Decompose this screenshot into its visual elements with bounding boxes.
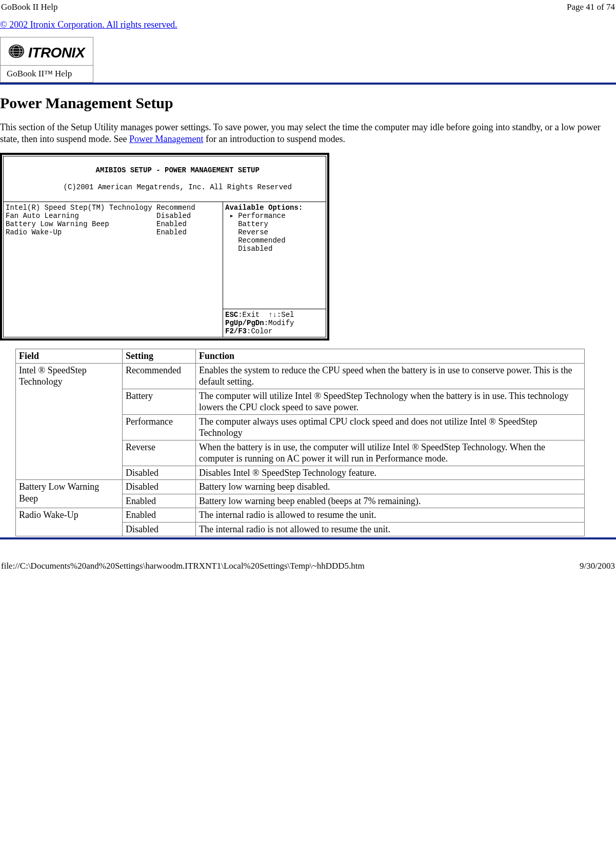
section-title: Power Management Setup bbox=[0, 94, 616, 112]
cell-setting: Disabled bbox=[123, 466, 196, 480]
table-row: Radio Wake-UpEnabledThe internal radio i… bbox=[16, 508, 585, 523]
bios-help-pane: ESC:Exit ↑↓:Sel PgUp/PgDn:Modify F2/F3:C… bbox=[223, 309, 326, 337]
cell-setting: Reverse bbox=[123, 440, 196, 466]
cell-function: Battery low warning beep disabled. bbox=[196, 480, 585, 494]
intro-paragraph: This section of the Setup Utility manage… bbox=[0, 122, 616, 146]
cell-function: The computer will utilize Intel ® SpeedS… bbox=[196, 389, 585, 414]
col-function: Function bbox=[196, 349, 585, 364]
cell-function: The internal radio is not allowed to res… bbox=[196, 522, 585, 536]
table-row: Intel ® SpeedStep TechnologyRecommendedE… bbox=[16, 363, 585, 389]
cell-setting: Recommended bbox=[123, 363, 196, 389]
power-management-link[interactable]: Power Management bbox=[129, 134, 203, 144]
page-number-top: Page 41 of 74 bbox=[567, 2, 615, 12]
cell-function: When the battery is in use, the computer… bbox=[196, 440, 585, 466]
footer-date: 9/30/2003 bbox=[580, 561, 615, 571]
globe-icon bbox=[8, 43, 25, 63]
help-label: GoBook II™ Help bbox=[1, 65, 93, 82]
divider-bottom bbox=[0, 537, 616, 539]
cell-function: The computer always uses optimal CPU clo… bbox=[196, 414, 585, 440]
cell-setting: Performance bbox=[123, 414, 196, 440]
cell-setting: Enabled bbox=[123, 494, 196, 508]
col-setting: Setting bbox=[123, 349, 196, 364]
cell-function: Enables the system to reduce the CPU spe… bbox=[196, 363, 585, 389]
cell-setting: Disabled bbox=[123, 522, 196, 536]
cell-field: Radio Wake-Up bbox=[16, 508, 123, 536]
cell-setting: Disabled bbox=[123, 480, 196, 494]
intro-text-after: for an introduction to suspend modes. bbox=[203, 134, 345, 144]
footer-path: file://C:\Documents%20and%20Settings\har… bbox=[1, 561, 365, 571]
bios-options-pane: Available Options: ▸ Performance Battery… bbox=[223, 202, 326, 309]
settings-table: Field Setting Function Intel ® SpeedStep… bbox=[15, 349, 585, 536]
copyright-link[interactable]: © 2002 Itronix Corporation. All rights r… bbox=[0, 19, 177, 31]
cell-function: The internal radio is allowed to resume … bbox=[196, 508, 585, 523]
bios-header-sub: (C)2001 American Megatrends, Inc. All Ri… bbox=[64, 183, 292, 191]
cell-function: Disables Intel ® SpeedStep Technology fe… bbox=[196, 466, 585, 480]
cell-field: Intel ® SpeedStep Technology bbox=[16, 363, 123, 480]
cell-setting: Enabled bbox=[123, 508, 196, 523]
col-field: Field bbox=[16, 349, 123, 364]
cell-field: Battery Low Warning Beep bbox=[16, 480, 123, 508]
cell-setting: Battery bbox=[123, 389, 196, 414]
bios-screenshot: AMIBIOS SETUP - POWER MANAGEMENT SETUP (… bbox=[0, 153, 329, 340]
doc-title-top: GoBook II Help bbox=[1, 2, 57, 12]
table-row: Battery Low Warning BeepDisabledBattery … bbox=[16, 480, 585, 494]
cell-function: Battery low warning beep enabled (beeps … bbox=[196, 494, 585, 508]
bios-settings-pane: Intel(R) Speed Step(TM) Technology Recom… bbox=[4, 202, 223, 337]
bios-header-title: AMIBIOS SETUP - POWER MANAGEMENT SETUP bbox=[96, 166, 260, 174]
brand-name: ITRONIX bbox=[28, 44, 85, 62]
brand-box: ITRONIX GoBook II™ Help bbox=[0, 37, 93, 83]
divider bbox=[0, 83, 616, 85]
